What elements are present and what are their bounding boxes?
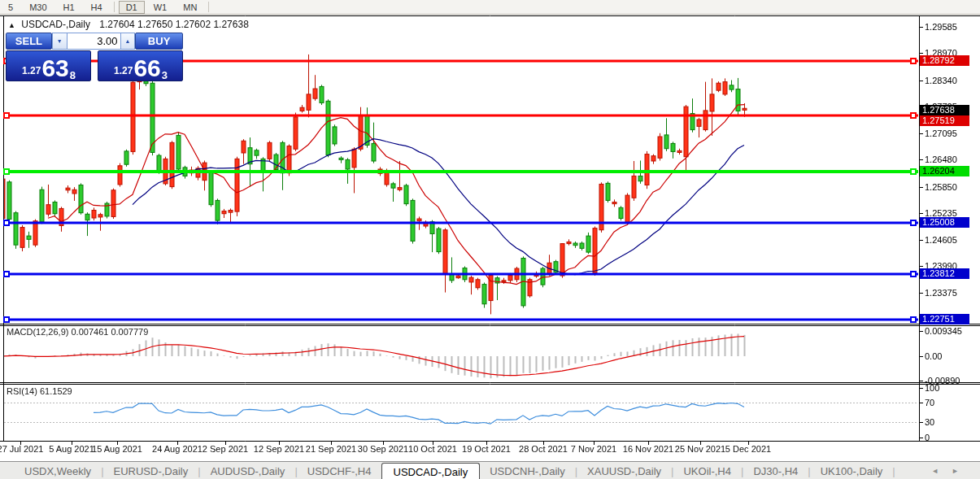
date-tick-label: 21 Sep 2021 (306, 444, 356, 454)
timeframe-button-m30[interactable]: M30 (22, 1, 54, 14)
date-tick-label: 30 Sep 2021 (358, 444, 408, 454)
macd-main-value: 0.007461 (71, 327, 108, 337)
price-tick-label: 1.24605 (925, 235, 957, 245)
tab-audusd-daily[interactable]: AUDUSD-,Daily (201, 463, 295, 479)
timeframe-button-d1[interactable]: D1 (119, 1, 145, 14)
lot-decrease-button[interactable]: ▼ (52, 33, 68, 50)
macd-tick-label: 0.009345 (925, 326, 962, 336)
rsi-value: 61.1529 (40, 386, 72, 396)
tab-uk100-daily[interactable]: UK100-,Daily (811, 463, 893, 479)
timeframe-button-5[interactable]: 5 (1, 1, 20, 14)
collapse-triangle-icon[interactable]: ▲ (8, 21, 15, 29)
buy-price-prefix: 1.27 (114, 65, 133, 76)
toolbar-separator (208, 2, 209, 12)
sell-price-button[interactable]: 1.27 63 8 (6, 50, 91, 81)
date-tick-label: 10 Oct 2021 (408, 444, 457, 454)
timeframe-button-mn[interactable]: MN (176, 1, 204, 14)
rsi-indicator-label: RSI(14) 61.1529 (7, 386, 72, 396)
date-tick-label: 5 Dec 2021 (725, 444, 771, 454)
tab-usdchf-h4[interactable]: USDCHF-,H4 (298, 463, 381, 479)
buy-button[interactable]: BUY (135, 33, 183, 50)
price-tick-label: 1.28340 (925, 76, 957, 85)
macd-indicator-label: MACD(12,26,9) 0.007461 0.007779 (7, 327, 148, 337)
date-tick-label: 28 Oct 2021 (519, 444, 568, 454)
macd-signal-value: 0.007779 (111, 327, 148, 337)
rsi-title: RSI(14) (7, 386, 37, 396)
date-tick-label: 12 Sep 2021 (254, 444, 304, 454)
price-tick-label: 1.25850 (925, 182, 957, 192)
tab-dj30-h4[interactable]: DJ30-,H4 (743, 463, 808, 479)
buy-price-button[interactable]: 1.27 66 3 (98, 50, 183, 81)
toolbar-separator (114, 2, 115, 12)
tab-scroll-arrows[interactable]: ◄► (931, 467, 972, 475)
chart-title: ▲ USDCAD-,Daily 1.27604 1.27650 1.27602 … (8, 19, 249, 30)
date-tick-label: 19 Oct 2021 (462, 444, 511, 454)
timeframe-button-h1[interactable]: H1 (56, 1, 82, 14)
price-level-tag: 1.27519 (920, 115, 969, 126)
tab-ukoil-h4[interactable]: UKOil-,H4 (673, 463, 741, 479)
price-tick-label: 1.29585 (925, 22, 957, 32)
timeframe-toolbar: 5M30H1H4D1W1MN (0, 0, 980, 15)
chart-symbol-label: USDCAD-,Daily (21, 19, 90, 30)
price-level-tag: 1.27638 (920, 105, 969, 115)
date-tick-label: 7 Nov 2021 (571, 444, 616, 454)
price-tick-label: 1.26480 (925, 155, 957, 164)
buy-price-pip-digit: 3 (162, 69, 168, 81)
rsi-tick-label: 30 (925, 417, 934, 427)
tab-usdcad-daily[interactable]: USDCAD-,Daily (381, 463, 481, 479)
date-tick-label: 24 Aug 2021 (152, 444, 203, 454)
tab-usdcnh-daily[interactable]: USDCNH-,Daily (480, 463, 574, 479)
timeframe-button-w1[interactable]: W1 (146, 1, 175, 14)
rsi-tick-label: 100 (925, 383, 939, 393)
price-level-tag: 1.26204 (920, 166, 969, 176)
one-click-trade-panel: SELL ▼ ▲ BUY 1.27 63 8 1.27 66 3 (6, 33, 183, 81)
trading-platform-window: 5M30H1H4D1W1MN ▲ USDCAD-,Daily 1.27604 1… (0, 0, 980, 479)
buy-price-big-digits: 66 (133, 57, 160, 80)
sell-button[interactable]: SELL (6, 33, 52, 50)
tab-separator: | (892, 463, 895, 479)
macd-title: MACD(12,26,9) (7, 327, 68, 337)
price-level-tag: 1.25008 (920, 217, 969, 228)
price-tick-label: 1.25235 (925, 208, 957, 218)
rsi-tick-label: 0 (925, 433, 930, 442)
lot-increase-button[interactable]: ▲ (120, 33, 136, 50)
chevron-up-icon: ▲ (124, 38, 130, 44)
price-level-tag: 1.22751 (920, 314, 969, 324)
date-tick-label: 15 Aug 2021 (92, 444, 142, 454)
date-tick-label: 27 Jul 2021 (0, 444, 43, 454)
date-tick-label: 25 Nov 2021 (675, 444, 725, 454)
lot-size-input[interactable] (68, 33, 120, 50)
price-tick-label: 1.27095 (925, 128, 957, 138)
sell-price-pip-digit: 8 (70, 69, 76, 81)
timeframe-button-h4[interactable]: H4 (84, 1, 110, 14)
macd-tick-label: 0.00 (925, 351, 942, 361)
tab-usdx-weekly[interactable]: USDX,Weekly (15, 463, 101, 479)
price-level-tag: 1.23812 (920, 268, 969, 279)
sell-price-big-digits: 63 (41, 57, 68, 80)
tab-xauusd-daily[interactable]: XAUUSD-,Daily (577, 463, 671, 479)
chart-tab-bar: USDX,Weekly|EURUSD-,Daily|AUDUSD-,Daily|… (0, 461, 980, 479)
price-tick-label: 1.23375 (925, 288, 957, 298)
price-level-tag: 1.28792 (920, 55, 969, 66)
date-tick-label: 5 Aug 2021 (49, 444, 94, 454)
rsi-tick-label: 70 (925, 398, 934, 407)
chart-ohlc-values: 1.27604 1.27650 1.27602 1.27638 (99, 19, 249, 30)
date-tick-label: 16 Nov 2021 (623, 444, 673, 454)
sell-price-prefix: 1.27 (22, 65, 41, 76)
chevron-down-icon: ▼ (57, 38, 63, 44)
tab-eurusd-daily[interactable]: EURUSD-,Daily (104, 463, 198, 479)
date-tick-label: 2 Sep 2021 (203, 444, 248, 454)
